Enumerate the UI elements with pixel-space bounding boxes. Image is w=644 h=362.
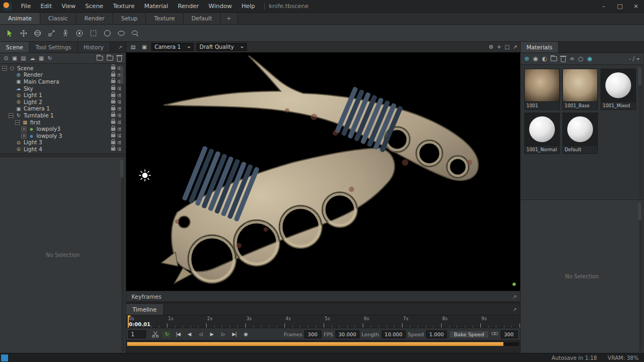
- viewport-settings-gear-icon[interactable]: ⚙: [489, 44, 494, 50]
- lock-icon[interactable]: [111, 128, 115, 131]
- add-mesh-icon[interactable]: ▦: [39, 55, 43, 61]
- add-object-icon[interactable]: ▤: [21, 55, 26, 61]
- tab-texture[interactable]: Texture: [146, 13, 183, 24]
- tree-item-light-2[interactable]: Light 2: [0, 99, 126, 106]
- popout-icon[interactable]: ↗: [509, 307, 520, 312]
- loop-frames-field[interactable]: 300: [501, 330, 518, 338]
- popout-icon[interactable]: ↗: [509, 294, 520, 299]
- lasso-select-tool-icon[interactable]: [129, 27, 142, 40]
- menu-view[interactable]: View: [57, 0, 80, 13]
- lock-icon[interactable]: [111, 67, 115, 70]
- circle-select-tool-icon[interactable]: [101, 27, 114, 40]
- skip-to-end-button[interactable]: ▶|: [229, 330, 239, 339]
- lock-icon[interactable]: [111, 147, 115, 151]
- tree-item-camera-1[interactable]: Camera 1: [0, 106, 126, 113]
- tab-tool-settings[interactable]: Tool Settings: [30, 42, 78, 53]
- marquee-select-tool-icon[interactable]: [87, 27, 100, 40]
- tree-item-main-camera[interactable]: Main Camera: [0, 78, 126, 85]
- material-thumbnail[interactable]: [524, 69, 560, 102]
- menu-scene[interactable]: Scene: [80, 0, 108, 13]
- add-layout-tab-button[interactable]: +: [221, 13, 238, 24]
- tab-default[interactable]: Default: [184, 13, 221, 24]
- tree-item-first[interactable]: − first: [0, 119, 126, 126]
- menu-window[interactable]: Window: [204, 0, 237, 13]
- lock-icon[interactable]: [111, 134, 115, 137]
- lock-icon[interactable]: [111, 80, 115, 83]
- lock-icon[interactable]: [111, 107, 115, 110]
- menu-edit[interactable]: Edit: [35, 0, 56, 13]
- speed-field[interactable]: 1.000: [426, 330, 447, 338]
- viewport-move-icon[interactable]: +: [497, 44, 501, 50]
- camera-select[interactable]: Camera 1: [151, 43, 194, 51]
- range-bar-track[interactable]: [127, 342, 519, 346]
- camera-icon[interactable]: ▣: [140, 44, 149, 50]
- step-back-button[interactable]: ◀: [184, 330, 194, 339]
- lock-icon[interactable]: [111, 100, 115, 104]
- tree-item-lowpoly-3[interactable]: + lowpoly 3: [0, 132, 126, 139]
- lock-icon[interactable]: [111, 73, 115, 77]
- skip-to-start-button[interactable]: |◀: [173, 330, 183, 339]
- expander-icon[interactable]: +: [21, 134, 26, 138]
- focus-tool-icon[interactable]: [73, 27, 86, 40]
- tab-classic[interactable]: Classic: [40, 13, 76, 24]
- fps-field[interactable]: 30.000: [335, 330, 360, 338]
- menu-texture[interactable]: Texture: [108, 0, 139, 13]
- clear-material-icon[interactable]: ◐: [542, 55, 547, 62]
- scale-tool-icon[interactable]: [45, 27, 58, 40]
- duplicate-material-icon[interactable]: ◉: [533, 55, 538, 62]
- chevron-down-icon[interactable]: [636, 58, 640, 62]
- tree-item-light-3[interactable]: Light 3: [0, 139, 126, 146]
- lock-icon[interactable]: [111, 94, 115, 97]
- sphere-preview-icon[interactable]: ○: [579, 55, 584, 62]
- tab-animate[interactable]: Animate: [0, 13, 40, 24]
- add-camera-icon[interactable]: ▣: [12, 55, 17, 61]
- menu-render[interactable]: Render: [173, 0, 203, 13]
- material-thumbnail[interactable]: [524, 113, 560, 146]
- lock-icon[interactable]: [111, 114, 115, 117]
- tree-item-sky[interactable]: Sky: [0, 85, 126, 92]
- menu-material[interactable]: Material: [140, 0, 173, 13]
- material-item[interactable]: 1001_Base: [562, 69, 598, 110]
- folder-icon[interactable]: [551, 56, 557, 61]
- tree-item-lowpoly3[interactable]: + lowpoly3: [0, 125, 126, 132]
- tab-setup[interactable]: Setup: [113, 13, 147, 24]
- material-item[interactable]: 1001_Mixed: [601, 69, 636, 110]
- popout-icon[interactable]: ↗: [115, 45, 126, 50]
- notification-icon[interactable]: [1, 354, 8, 361]
- pivot-tool-icon[interactable]: [59, 27, 72, 40]
- viewport-expand-icon[interactable]: ↗: [513, 44, 517, 50]
- lock-icon[interactable]: [111, 121, 115, 124]
- delete-icon[interactable]: [117, 57, 122, 62]
- tree-item-light-1[interactable]: Light 1: [0, 92, 126, 99]
- range-bar-fill[interactable]: [127, 342, 503, 346]
- scrollbar[interactable]: [639, 66, 642, 198]
- compass-icon[interactable]: ◉: [587, 55, 592, 62]
- material-item[interactable]: Default: [562, 113, 598, 154]
- loop-toggle-button[interactable]: ↻: [162, 330, 172, 339]
- close-button[interactable]: ×: [628, 0, 644, 13]
- expander-icon[interactable]: +: [21, 127, 26, 131]
- add-turntable-icon[interactable]: ↻: [48, 55, 52, 61]
- material-thumbnail[interactable]: [562, 69, 598, 102]
- material-item[interactable]: 1001_Normal: [524, 113, 560, 154]
- bake-speed-button[interactable]: Bake Speed: [449, 330, 489, 338]
- expander-icon[interactable]: −: [15, 120, 20, 125]
- step-forward-button[interactable]: ▷: [218, 330, 228, 339]
- material-thumbnail[interactable]: [562, 113, 598, 146]
- quality-select[interactable]: Draft Quality: [196, 43, 247, 51]
- folder-icon[interactable]: [97, 56, 103, 61]
- expander-icon[interactable]: −: [9, 113, 13, 118]
- minimize-button[interactable]: –: [596, 0, 612, 13]
- tab-history[interactable]: History: [78, 42, 110, 53]
- delete-material-icon[interactable]: [561, 57, 566, 62]
- link-icon[interactable]: [491, 331, 499, 338]
- add-material-icon[interactable]: ⊕: [524, 55, 529, 62]
- turntable-speed-icon[interactable]: ◉: [240, 330, 251, 339]
- tab-scene[interactable]: Scene: [0, 42, 30, 53]
- frames-field[interactable]: 300: [304, 330, 321, 338]
- current-frame-field[interactable]: 1: [128, 330, 146, 338]
- maximize-button[interactable]: □: [612, 0, 628, 13]
- scrollbar[interactable]: [121, 65, 125, 152]
- material-item[interactable]: 1001: [524, 69, 560, 110]
- select-tool-icon[interactable]: [3, 27, 16, 40]
